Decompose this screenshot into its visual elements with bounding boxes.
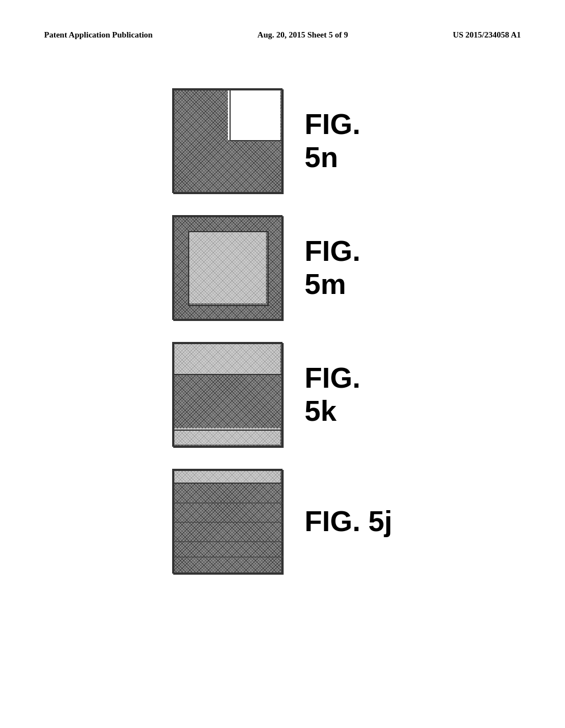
page-header: Patent Application Publication Aug. 20, … [0, 30, 565, 40]
fig5m-diagram [172, 215, 282, 320]
header-patent-number: US 2015/234058 A1 [453, 30, 521, 40]
header-publication-label: Patent Application Publication [44, 30, 153, 40]
fig5m-svg [173, 216, 284, 321]
fig5k-label: FIG. 5k [305, 361, 393, 427]
fig5m-label: FIG. 5m [305, 234, 393, 301]
svg-rect-3 [174, 217, 283, 320]
header-sheet-info: Aug. 20, 2015 Sheet 5 of 9 [258, 30, 348, 40]
fig5j-diagram [172, 469, 282, 574]
figure-row-5m: FIG. 5m [172, 215, 393, 320]
fig5n-label: FIG. 5n [305, 108, 393, 174]
fig5j-svg [173, 470, 284, 575]
fig5k-diagram [172, 342, 282, 447]
svg-rect-5 [174, 344, 283, 447]
fig5j-label: FIG. 5j [305, 505, 393, 538]
figures-container: FIG. 5n FIG. 5m FIG. 5k [0, 88, 565, 574]
figure-row-5n: FIG. 5n [172, 88, 393, 193]
figure-row-5k: FIG. 5k [172, 342, 393, 447]
fig5n-svg [173, 89, 284, 194]
svg-rect-4 [189, 232, 268, 306]
figure-row-5j: FIG. 5j [172, 469, 393, 574]
fig5k-svg [173, 343, 284, 448]
svg-rect-0 [174, 90, 283, 194]
fig5n-diagram [172, 88, 282, 193]
